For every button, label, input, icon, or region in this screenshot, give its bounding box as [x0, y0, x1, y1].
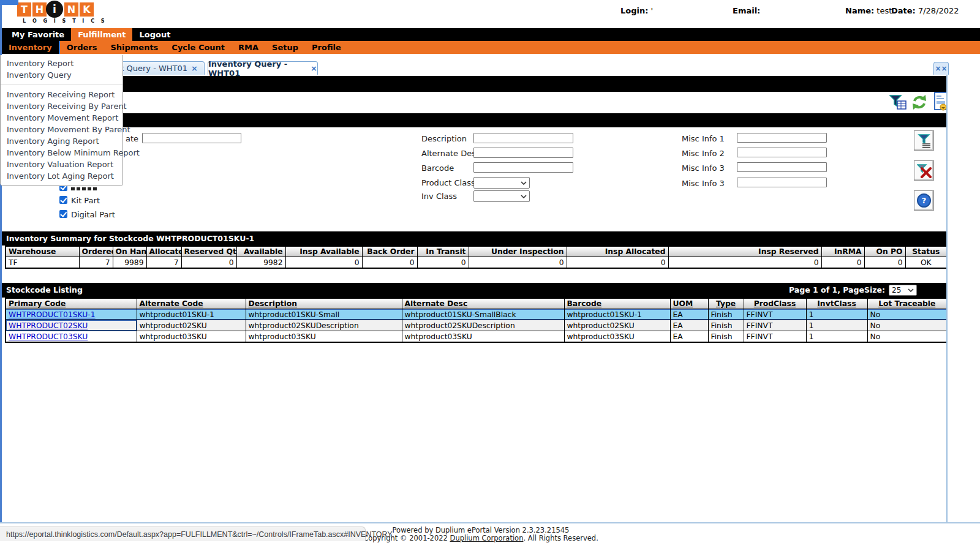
page-size-select[interactable]: 25 — [889, 285, 917, 296]
submenu-item-cycle-count[interactable]: Cycle Count — [165, 41, 232, 54]
logo-letter-box: N — [64, 2, 78, 17]
digital-part-checkbox[interactable] — [59, 210, 67, 218]
tab-close-icon[interactable]: × — [191, 64, 198, 73]
col-alternate-code[interactable]: Alternate Code — [137, 298, 246, 309]
menu-item-inventory-aging-report[interactable]: Inventory Aging Report — [1, 135, 123, 147]
alternate-desc-label: Alternate Desc — [421, 149, 480, 158]
header-date: Date: 7/28/2022 — [891, 6, 959, 15]
table-row[interactable]: WHTPRODUCT03SKU whtproduct03SKU whtprodu… — [6, 331, 947, 343]
cell: whtproduct01SKU-SmallBlack — [402, 309, 564, 320]
product-class-label: Product Class — [421, 178, 475, 187]
close-all-tabs-button[interactable]: ×× — [933, 62, 949, 75]
summary-title-bar: Inventory Summary for Stockcode WHTPRODU… — [1, 231, 946, 246]
barcode-input[interactable] — [473, 162, 573, 173]
cell: No — [867, 331, 947, 343]
menu-item-inventory-receiving-by-parent[interactable]: Inventory Receiving By Parent — [1, 100, 123, 112]
col-in-transit: In Transit — [417, 246, 469, 257]
tab-inventory-query[interactable]: Inventory Query - WHT01 × — [208, 61, 318, 75]
submenu-item-orders[interactable]: Orders — [60, 41, 104, 54]
primary-code-link[interactable]: WHTPRODUCT01SKU-1 — [9, 310, 96, 319]
col-ordered: Ordered — [79, 246, 113, 257]
inv-class-select[interactable] — [473, 190, 530, 202]
col-reserved-qty: Reserved Qty — [181, 246, 236, 257]
cell: 1 — [806, 331, 867, 343]
clear-filter-button[interactable] — [914, 160, 934, 181]
col-lot-traceable[interactable]: Lot Traceable — [867, 298, 947, 309]
page-title-bar — [1, 76, 946, 92]
duplium-corporation-link[interactable]: Duplium Corporation — [450, 534, 524, 542]
on-hand-value: 9989 — [113, 257, 146, 269]
listing-table: Primary Code Alternate Code Description … — [5, 298, 948, 343]
cell: whtproduct02SKUDescription — [246, 320, 402, 331]
description-input[interactable] — [473, 133, 573, 143]
insp-available-value: 0 — [285, 257, 362, 269]
reserved-qty-value: 0 — [181, 257, 236, 269]
alternate-desc-input[interactable] — [473, 148, 573, 158]
menu-item-inventory-movement-by-parent[interactable]: Inventory Movement By Parent — [1, 124, 123, 135]
col-alternate-desc[interactable]: Alternate Desc — [402, 298, 564, 309]
menu-item-inventory-valuation-report[interactable]: Inventory Valuation Report — [1, 159, 123, 170]
submenu-item-rma[interactable]: RMA — [232, 41, 265, 54]
kit-part-checkbox[interactable] — [59, 196, 67, 204]
menu-item-inventory-lot-aging-report[interactable]: Inventory Lot Aging Report — [1, 170, 123, 182]
date-label: Date: — [891, 6, 916, 15]
col-prodclass[interactable]: ProdClass — [744, 298, 806, 309]
misc-info-3b-label: Misc Info 3 — [682, 179, 725, 188]
menu-item-my-favorite[interactable]: My Favorite — [5, 28, 71, 41]
allocated-value: 7 — [146, 257, 181, 269]
menu-item-inventory-report[interactable]: Inventory Report — [1, 58, 123, 69]
submenu-item-inventory[interactable]: Inventory — [2, 41, 60, 54]
menu-item-logout[interactable]: Logout — [132, 28, 177, 41]
col-back-order: Back Order — [362, 246, 417, 257]
submenu-item-setup[interactable]: Setup — [265, 41, 305, 54]
filter-table-icon[interactable] — [889, 93, 907, 114]
logo-letter-box: K — [80, 2, 94, 17]
col-invtclass[interactable]: InvtClass — [806, 298, 867, 309]
col-status: Status — [905, 246, 947, 257]
table-row-selected[interactable]: WHTPRODUCT01SKU-1 whtproduct01SKU-1 whtp… — [6, 309, 947, 320]
bottom-frame-line — [0, 522, 980, 523]
warehouse-value: TF — [6, 257, 79, 269]
primary-code-link[interactable]: WHTPRODUCT03SKU — [9, 332, 88, 341]
header-login: Login: ' — [620, 6, 653, 15]
cell: whtproduct01SKU-1 — [564, 309, 670, 320]
filter-button[interactable] — [914, 130, 934, 151]
filter-icon — [917, 133, 932, 148]
alternate-input[interactable] — [142, 133, 241, 143]
inrma-value: 0 — [821, 257, 864, 269]
primary-code-link[interactable]: WHTPRODUCT02SKU — [9, 321, 88, 330]
menu-item-inventory-movement-report[interactable]: Inventory Movement Report — [1, 112, 123, 124]
col-uom[interactable]: UOM — [670, 298, 708, 309]
chevron-down-icon — [521, 181, 527, 185]
menu-item-inventory-receiving-report[interactable]: Inventory Receiving Report — [1, 89, 123, 100]
misc-info-2-input[interactable] — [737, 148, 827, 157]
submenu-item-profile[interactable]: Profile — [305, 41, 348, 54]
description-label: Description — [421, 134, 467, 143]
col-description[interactable]: Description — [246, 298, 402, 309]
cell: Finish — [708, 320, 744, 331]
table-row[interactable]: WHTPRODUCT02SKU whtproduct02SKU whtprodu… — [6, 320, 947, 331]
menu-item-fulfillment[interactable]: Fulfillment — [71, 28, 132, 41]
col-primary-code[interactable]: Primary Code — [6, 298, 137, 309]
help-button[interactable]: ? — [914, 190, 934, 211]
browser-status-url: https://eportal.thinklogistics.com/Defau… — [0, 527, 366, 541]
col-barcode[interactable]: Barcode — [564, 298, 670, 309]
misc-info-1-input[interactable] — [737, 133, 827, 143]
menu-item-inventory-query[interactable]: Inventory Query — [1, 69, 123, 81]
email-label: Email: — [733, 6, 760, 15]
summary-table: Warehouse Ordered On Hand Allocated Rese… — [5, 246, 948, 269]
refresh-icon[interactable] — [911, 93, 928, 114]
misc-info-3-input[interactable] — [737, 162, 827, 172]
listing-title: Stockcode Listing — [6, 285, 83, 294]
back-order-value: 0 — [362, 257, 417, 269]
login-value: ' — [651, 6, 654, 15]
product-class-select[interactable] — [473, 177, 530, 189]
misc-info-3b-input[interactable] — [737, 178, 827, 187]
col-type[interactable]: Type — [708, 298, 744, 309]
submenu-item-shipments[interactable]: Shipments — [104, 41, 165, 54]
help-icon: ? — [917, 193, 931, 208]
col-available: Available — [236, 246, 285, 257]
tab-close-icon[interactable]: × — [311, 64, 317, 73]
listing-title-bar: Stockcode Listing Page 1 of 1, PageSize:… — [1, 283, 946, 298]
menu-item-inventory-below-minimum-report[interactable]: Inventory Below Minimum Report — [1, 147, 123, 159]
